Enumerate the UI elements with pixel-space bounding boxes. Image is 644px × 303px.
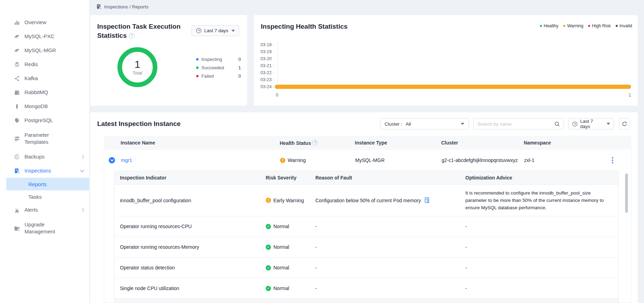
col-header-reason: Reason of Fault	[315, 175, 465, 181]
bar-area	[275, 48, 631, 55]
severity-cell: ✓Normal	[266, 237, 315, 257]
caret-down-icon	[461, 123, 464, 125]
advice-cell: -	[465, 258, 618, 278]
sidebar-subitem-label: Reports	[28, 181, 47, 187]
severity-cell: ✓Normal	[266, 278, 315, 298]
task-stats-card: Inspection Task Execution Statistics ? L…	[90, 15, 247, 106]
success-icon: ✓	[266, 245, 271, 250]
legend-label: Succeeded	[201, 65, 238, 70]
sidebar-item-label: MySQL-PXC	[24, 33, 70, 40]
success-icon: ✓	[266, 224, 271, 229]
detail-scrollbar-thumb[interactable]	[625, 174, 628, 213]
sidebar-item-postgresql[interactable]: PostgreSQL	[0, 113, 89, 127]
y-tick-label: 03-24	[254, 84, 275, 89]
bar-area	[275, 76, 631, 83]
col-header-instance-name: Instance Name	[104, 140, 280, 146]
sidebar-item-mysql-mgr[interactable]: MySQL-MGR	[0, 43, 89, 57]
refresh-button[interactable]	[619, 118, 630, 129]
advice-cell: -	[465, 278, 618, 298]
legend-label: Invalid	[620, 23, 632, 28]
sidebar-item-redis[interactable]: Redis	[0, 57, 89, 71]
date-range-dropdown[interactable]: Last 7 days	[568, 118, 614, 129]
sidebar-item-label: Inspections	[24, 167, 70, 174]
donut-total-value: 1	[135, 59, 141, 70]
col-header-instance-type: Instance Type	[355, 140, 441, 146]
sidebar-item-tasks[interactable]: Tasks	[0, 190, 89, 203]
sidebar-item-label: Redis	[24, 61, 70, 68]
help-icon[interactable]: ?	[129, 33, 135, 39]
sidebar-item-label: Kafka	[24, 75, 70, 82]
task-stats-legend: Inspecting 0 Succeeded 1 Failed 0	[196, 56, 241, 81]
sidebar-item-label: PostgreSQL	[24, 117, 70, 124]
search-box	[473, 118, 564, 129]
help-icon[interactable]: ?	[312, 140, 318, 146]
chevron-down-icon	[80, 168, 84, 172]
legend-item: Healthy	[540, 23, 558, 28]
chart-row: 03-20	[254, 55, 631, 62]
warning-icon: !	[280, 158, 285, 163]
chart-row: 03-22	[254, 69, 631, 76]
card-title: Inspection Task Execution Statistics ?	[97, 22, 185, 40]
detail-header-row: Inspection Indicator Risk Severity Reaso…	[114, 171, 618, 185]
sidebar-item-backups[interactable]: Backups	[0, 150, 89, 164]
instance-type-cell: MySQL-MGR	[355, 157, 442, 163]
indicator-cell: Operator running resources-CPU	[114, 216, 266, 237]
sidebar-item-alerts[interactable]: Alerts	[0, 203, 89, 217]
rabbit-icon	[14, 90, 20, 96]
sidebar-item-inspections[interactable]: Inspections	[0, 164, 89, 178]
search-input[interactable]	[477, 121, 554, 127]
legend-item: Warning	[563, 23, 583, 28]
detail-row: innodb_buffer_pool configuration !Early …	[114, 185, 618, 216]
sidebar: Overview MySQL-PXC MySQL-MGR Redis Kafka…	[0, 0, 89, 303]
advice-cell: -	[465, 237, 618, 257]
backup-icon	[14, 154, 20, 160]
sidebar-item-mysql-pxc[interactable]: MySQL-PXC	[0, 29, 89, 43]
cluster-filter-dropdown[interactable]: Cluster : All	[380, 118, 469, 129]
cluster-filter-value: All	[406, 121, 411, 127]
sidebar-item-upgrade-management[interactable]: Upgrade Management	[0, 217, 89, 239]
detail-row: Single node CPU utilization ✓Normal - -	[114, 278, 618, 299]
legend-value: 1	[238, 65, 241, 70]
inspection-icon	[14, 168, 20, 174]
y-tick-label: 03-21	[254, 63, 275, 68]
clock-icon	[572, 121, 578, 127]
detail-table-footer-strip	[114, 299, 618, 303]
bar-03-24	[275, 85, 631, 89]
severity-cell: !Early Warning	[266, 185, 315, 216]
col-header-indicator: Inspection Indicator	[114, 175, 266, 181]
advice-cell: It is recommended to configure the innod…	[465, 185, 618, 216]
col-header-namespace: Namespace	[524, 140, 631, 146]
sidebar-item-reports[interactable]: Reports	[6, 178, 89, 190]
sidebar-item-parameter-templates[interactable]: Parameter Templates	[0, 127, 89, 150]
collapse-row-button[interactable]	[109, 157, 115, 163]
chart-row: 03-21	[254, 62, 631, 69]
sidebar-item-overview[interactable]: Overview	[0, 15, 89, 29]
severity-cell: ✓Normal	[266, 216, 315, 237]
health-bar-chart: 03-1803-1903-2003-2103-2203-2303-24 0 1	[254, 41, 631, 90]
health-stats-card: Inspecting Health Statistics Healthy War…	[254, 15, 638, 106]
chart-row: 03-24	[254, 83, 631, 90]
sidebar-item-label: Parameter Templates	[24, 132, 70, 146]
bar-area	[275, 62, 631, 69]
view-report-icon[interactable]	[424, 197, 430, 203]
card-title-text: Inspection Task Execution Statistics	[97, 23, 180, 39]
sidebar-item-rabbitmq[interactable]: RabbitMQ	[0, 85, 89, 99]
sidebar-item-kafka[interactable]: Kafka	[0, 71, 89, 85]
search-icon[interactable]	[554, 121, 560, 127]
sidebar-item-mongodb[interactable]: MongoDB	[0, 99, 89, 113]
date-range-dropdown[interactable]: Last 7 days	[192, 25, 239, 36]
instance-name-link[interactable]: mgr1	[121, 157, 132, 163]
success-icon: ✓	[266, 286, 271, 291]
bar-area	[275, 55, 631, 62]
bar-area	[275, 41, 631, 48]
col-header-advice: Optimization Advice	[465, 175, 618, 181]
indicator-cell: innodb_buffer_pool configuration	[114, 185, 266, 216]
health-status-cell: ! Warning	[280, 157, 355, 163]
legend-value: 0	[238, 57, 241, 62]
row-actions-menu[interactable]	[609, 156, 616, 164]
caret-down-icon	[231, 30, 235, 32]
sidebar-subitem-label: Tasks	[28, 194, 42, 200]
y-tick-label: 03-23	[254, 77, 275, 82]
legend-dot-high-risk	[588, 25, 590, 27]
x-axis: 0 1	[254, 93, 631, 98]
